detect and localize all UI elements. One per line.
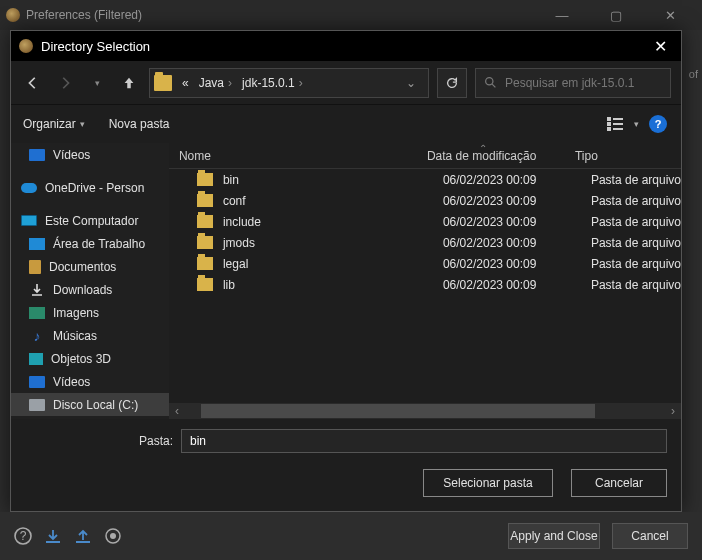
directory-selection-dialog: Directory Selection ✕ ▾ « Java› jdk-15.0… [10, 30, 682, 512]
minimize-button[interactable]: — [544, 8, 580, 23]
svg-point-0 [486, 78, 493, 85]
desktop-icon [29, 238, 45, 250]
folder-icon [197, 173, 213, 186]
svg-rect-6 [613, 128, 623, 130]
folder-icon [197, 215, 213, 228]
preferences-footer: ? Apply and Close Cancel [0, 512, 702, 560]
view-mode-button[interactable] [604, 114, 626, 134]
search-icon [484, 76, 497, 89]
search-input[interactable] [505, 76, 662, 90]
toolbar: Organizar▾ Nova pasta ▾ ? [11, 105, 681, 143]
tree-item-desktop[interactable]: Área de Trabalho [11, 232, 169, 255]
tree-item-documents[interactable]: Documentos [11, 255, 169, 278]
folder-icon [154, 75, 172, 91]
tree-item-music[interactable]: ♪Músicas [11, 324, 169, 347]
breadcrumb-prefix[interactable]: « [178, 76, 193, 90]
col-date[interactable]: Data de modificação [427, 149, 575, 163]
svg-rect-2 [607, 122, 611, 126]
close-button[interactable]: ✕ [652, 8, 688, 23]
images-icon [29, 307, 45, 319]
folder-label: Pasta: [25, 434, 173, 448]
folder-input[interactable] [181, 429, 667, 453]
tree-item-videos2[interactable]: Vídeos [11, 370, 169, 393]
row-include[interactable]: include06/02/2023 00:09Pasta de arquivo [169, 211, 681, 232]
dialog-close-button[interactable]: ✕ [648, 37, 673, 56]
documents-icon [29, 260, 41, 274]
apply-and-close-button[interactable]: Apply and Close [508, 523, 600, 549]
preferences-title: Preferences (Filtered) [26, 8, 544, 22]
col-name[interactable]: Nome [179, 149, 427, 163]
nav-forward-button[interactable] [53, 71, 77, 95]
breadcrumb-bar[interactable]: « Java› jdk-15.0.1› ⌄ [149, 68, 429, 98]
nav-back-button[interactable] [21, 71, 45, 95]
folder-icon [197, 257, 213, 270]
stray-text: of [689, 68, 698, 80]
objects3d-icon [29, 353, 43, 365]
export-icon[interactable] [74, 527, 92, 545]
preferences-titlebar: Preferences (Filtered) — ▢ ✕ [0, 0, 702, 30]
row-legal[interactable]: legal06/02/2023 00:09Pasta de arquivo [169, 253, 681, 274]
breadcrumb-jdk[interactable]: jdk-15.0.1› [238, 76, 307, 90]
folder-icon [197, 236, 213, 249]
row-bin[interactable]: bin06/02/2023 00:09Pasta de arquivo [169, 169, 681, 190]
tree-item-onedrive[interactable]: OneDrive - Person [11, 176, 169, 199]
help-button[interactable]: ? [647, 114, 669, 134]
svg-point-10 [110, 533, 116, 539]
cancel-button[interactable]: Cancelar [571, 469, 667, 497]
tree-item-images[interactable]: Imagens [11, 301, 169, 324]
file-rows: bin06/02/2023 00:09Pasta de arquivo conf… [169, 169, 681, 403]
video-icon [29, 149, 45, 161]
refresh-button[interactable] [437, 68, 467, 98]
import-icon[interactable] [44, 527, 62, 545]
pc-icon [21, 215, 37, 226]
tree-item-this-pc[interactable]: Este Computador [11, 209, 169, 232]
navigation-bar: ▾ « Java› jdk-15.0.1› ⌄ [11, 61, 681, 105]
breadcrumb-java[interactable]: Java› [195, 76, 236, 90]
dialog-titlebar: Directory Selection ✕ [11, 31, 681, 61]
svg-text:?: ? [20, 529, 27, 543]
folder-icon [197, 278, 213, 291]
scroll-right-arrow[interactable]: › [665, 404, 681, 418]
column-headers: ⌃ Nome Data de modificação Tipo [169, 143, 681, 169]
music-icon: ♪ [29, 329, 45, 343]
row-conf[interactable]: conf06/02/2023 00:09Pasta de arquivo [169, 190, 681, 211]
dialog-title: Directory Selection [41, 39, 648, 54]
select-folder-button[interactable]: Selecionar pasta [423, 469, 553, 497]
tree-item-local-disk-c[interactable]: Disco Local (C:) [11, 393, 169, 416]
view-mode-dropdown[interactable]: ▾ [634, 119, 639, 129]
dialog-footer: Pasta: Selecionar pasta Cancelar [11, 419, 681, 511]
tree-item-videos[interactable]: Vídeos [11, 143, 169, 166]
nav-recent-dropdown[interactable]: ▾ [85, 71, 109, 95]
eclipse-icon [19, 39, 33, 53]
help-icon[interactable]: ? [14, 527, 32, 545]
maximize-button[interactable]: ▢ [598, 8, 634, 23]
col-type[interactable]: Tipo [575, 149, 681, 163]
pref-cancel-button[interactable]: Cancel [612, 523, 688, 549]
scroll-left-arrow[interactable]: ‹ [169, 404, 185, 418]
horizontal-scrollbar[interactable]: ‹ › [169, 403, 681, 419]
downloads-icon [29, 283, 45, 297]
disk-icon [29, 399, 45, 411]
scrollbar-thumb[interactable] [201, 404, 595, 418]
record-icon[interactable] [104, 527, 122, 545]
video-icon [29, 376, 45, 388]
file-list: ⌃ Nome Data de modificação Tipo bin06/02… [169, 143, 681, 419]
nav-up-button[interactable] [117, 71, 141, 95]
new-folder-button[interactable]: Nova pasta [109, 117, 170, 131]
svg-rect-5 [613, 123, 623, 125]
row-jmods[interactable]: jmods06/02/2023 00:09Pasta de arquivo [169, 232, 681, 253]
breadcrumb-dropdown[interactable]: ⌄ [398, 76, 424, 90]
search-box[interactable] [475, 68, 671, 98]
tree-item-3d[interactable]: Objetos 3D [11, 347, 169, 370]
svg-rect-4 [613, 118, 623, 120]
tree-item-downloads[interactable]: Downloads [11, 278, 169, 301]
onedrive-icon [21, 183, 37, 193]
sort-indicator-icon: ⌃ [479, 143, 487, 154]
folder-tree[interactable]: Vídeos OneDrive - Person Este Computador… [11, 143, 169, 419]
folder-icon [197, 194, 213, 207]
row-lib[interactable]: lib06/02/2023 00:09Pasta de arquivo [169, 274, 681, 295]
eclipse-icon [6, 8, 20, 22]
dialog-body: Vídeos OneDrive - Person Este Computador… [11, 143, 681, 419]
organize-menu[interactable]: Organizar▾ [23, 117, 85, 131]
window-controls: — ▢ ✕ [544, 8, 696, 23]
